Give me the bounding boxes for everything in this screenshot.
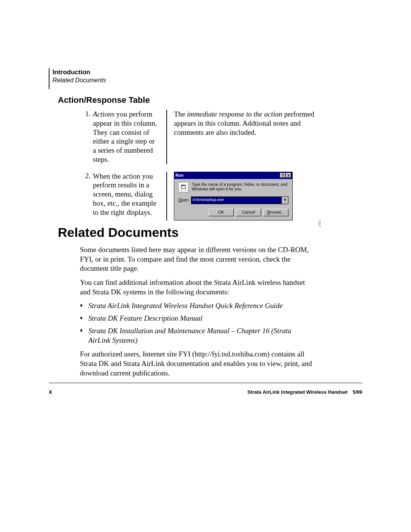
run-title-text: Run xyxy=(175,173,280,178)
column-divider xyxy=(166,172,167,220)
table-row: 2. When the action you perform results i… xyxy=(80,172,316,220)
header-chapter: Introduction xyxy=(53,69,106,76)
run-titlebar: Run ? x xyxy=(174,172,292,179)
cancel-button[interactable]: Cancel xyxy=(236,209,261,216)
response-italic: immediate response to the action xyxy=(187,110,282,118)
action-italic: Actions xyxy=(93,110,115,118)
list-item: Strata DK Installation and Maintenance M… xyxy=(80,326,312,345)
open-combobox[interactable]: d:\hmis\setup.exe ▼ xyxy=(191,197,288,204)
run-message: Type the name of a program, folder, or d… xyxy=(192,182,288,192)
page-footer: x Strata AirLink Integrated Wireless Han… xyxy=(49,388,362,395)
action-response-table: 1. Actions you perform appear in this co… xyxy=(80,110,316,228)
footer-date: 5/99 xyxy=(353,389,362,395)
header-rule xyxy=(49,68,49,89)
run-dialog: Run ? x 🗔 Type the name of a program, fo… xyxy=(174,172,293,220)
response-cell: Run ? x 🗔 Type the name of a program, fo… xyxy=(174,172,316,220)
column-divider xyxy=(166,110,167,164)
document-page: Introduction Related Documents Action/Re… xyxy=(0,0,411,532)
help-icon[interactable]: ? xyxy=(280,173,285,178)
browse-button[interactable]: Browse... xyxy=(263,209,288,216)
dropdown-icon[interactable]: ▼ xyxy=(282,197,288,204)
running-header: Introduction Related Documents xyxy=(53,69,106,84)
open-label: Open: xyxy=(178,198,191,203)
table-row: 1. Actions you perform appear in this co… xyxy=(80,110,316,164)
ok-button[interactable]: OK xyxy=(209,209,234,216)
page-number: x xyxy=(49,388,52,395)
paragraph: For authorized users, Internet site FYI … xyxy=(80,350,312,378)
action-cell: Actions you perform appear in this colum… xyxy=(93,110,163,164)
header-subsection: Related Documents xyxy=(53,77,106,84)
example-screenshot: Run ? x 🗔 Type the name of a program, fo… xyxy=(174,172,316,220)
run-app-icon: 🗔 xyxy=(178,182,189,193)
row-number: 2. xyxy=(80,172,93,180)
close-icon[interactable]: x xyxy=(286,173,291,178)
footer-title: Strata AirLink Integrated Wireless Hands… xyxy=(247,389,362,395)
paragraph: Some documents listed here may appear in… xyxy=(80,245,312,273)
list-item: Strata DK Feature Description Manual xyxy=(80,314,312,323)
row-number: 1. xyxy=(80,110,93,118)
heading-related-documents: Related Documents xyxy=(58,225,178,240)
list-item: Strata AirLink Integrated Wireless Hands… xyxy=(80,301,312,311)
action-text: When the action you perform results in a… xyxy=(93,172,156,216)
open-value: d:\hmis\setup.exe xyxy=(191,197,282,204)
run-body: 🗔 Type the name of a program, folder, or… xyxy=(174,179,292,220)
body-text: Some documents listed here may appear in… xyxy=(80,245,312,382)
footer-rule xyxy=(49,383,362,383)
document-list: Strata AirLink Integrated Wireless Hands… xyxy=(80,301,312,345)
response-cell: The immediate response to the action per… xyxy=(174,110,316,137)
action-cell: When the action you perform results in a… xyxy=(93,172,163,217)
response-pre: The xyxy=(174,110,187,118)
section-title: Action/Response Table xyxy=(58,95,150,105)
paragraph: You can find additional information abou… xyxy=(80,278,312,297)
figure-number: 2785 xyxy=(318,220,322,227)
